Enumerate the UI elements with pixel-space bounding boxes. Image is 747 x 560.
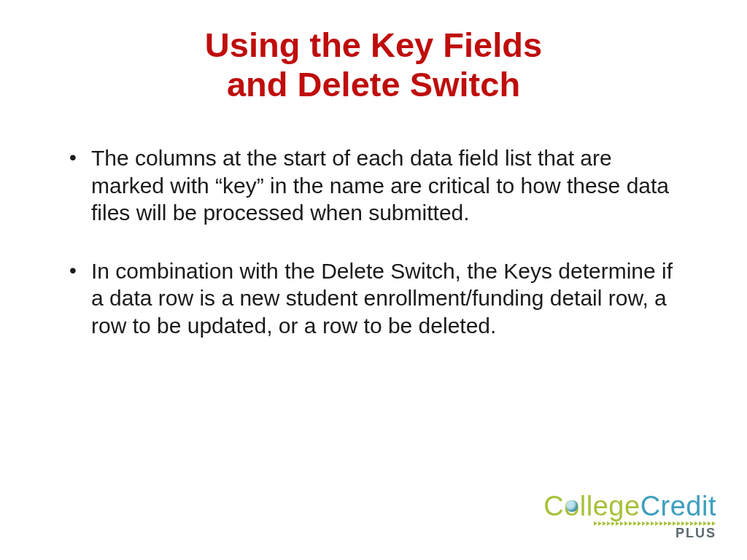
logo-subline: PLUS [594, 521, 716, 540]
title-line-2: and Delete Switch [227, 65, 520, 104]
logo-text-plus: PLUS [676, 526, 716, 540]
list-item: In combination with the Delete Switch, t… [91, 257, 696, 340]
logo-text-credit: Credit [640, 491, 716, 521]
bullet-list: The columns at the start of each data fi… [51, 144, 696, 339]
logo-text-llege: llege [580, 491, 640, 521]
slide: Using the Key Fields and Delete Switch T… [0, 0, 747, 560]
logo-globe-icon: o [564, 492, 580, 520]
slide-title: Using the Key Fields and Delete Switch [73, 26, 674, 104]
logo-letter-c: C [543, 491, 564, 521]
title-line-1: Using the Key Fields [205, 26, 542, 64]
logo-main-text: CollegeCredit [543, 492, 716, 520]
college-credit-plus-logo: CollegeCredit PLUS [543, 492, 716, 540]
list-item: The columns at the start of each data fi… [91, 144, 696, 227]
